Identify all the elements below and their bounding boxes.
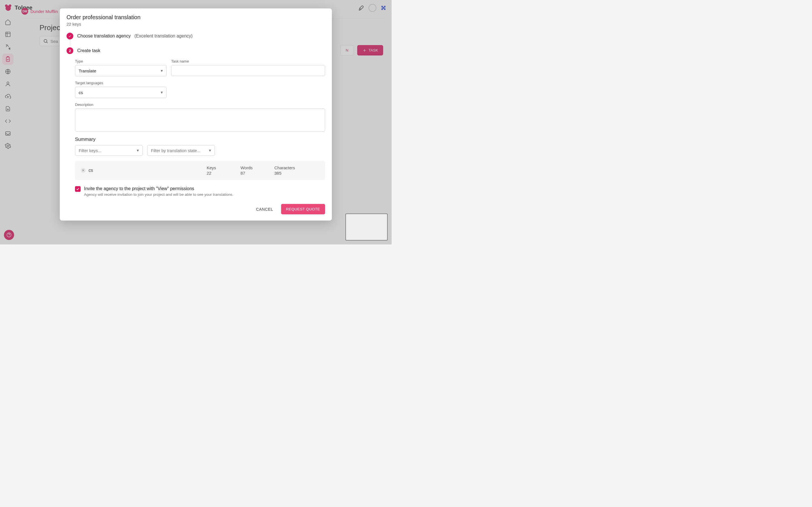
task-name-input[interactable]	[175, 68, 321, 73]
modal-title: Order professional translation	[66, 14, 325, 20]
task-name-label: Task name	[171, 59, 325, 63]
filter-keys-placeholder: Filter keys...	[79, 148, 101, 153]
summary-lang-code: cs	[89, 168, 93, 173]
summary-row: ✕ cs Keys 22 Words 87 Characters 385	[75, 161, 325, 180]
description-input[interactable]	[75, 108, 325, 131]
request-quote-button[interactable]: REQUEST QUOTE	[281, 204, 325, 214]
description-label: Description	[75, 103, 325, 107]
task-name-input-wrap[interactable]	[171, 65, 325, 76]
order-translation-modal: Order professional translation 22 keys C…	[60, 8, 332, 221]
step-2-badge: 2	[66, 47, 73, 54]
chevron-down-icon: ▾	[161, 90, 163, 95]
mini-preview[interactable]	[345, 214, 388, 240]
summary-title: Summary	[66, 136, 325, 142]
invite-row: Invite the agency to the project with "V…	[75, 186, 325, 196]
invite-checkbox[interactable]	[75, 186, 81, 192]
languages-value: cs	[79, 90, 83, 95]
type-label: Type	[75, 59, 167, 63]
modal-overlay: Order professional translation 22 keys C…	[0, 0, 392, 244]
type-select[interactable]: Translate ▾	[75, 65, 167, 76]
check-icon	[68, 34, 72, 38]
step-1-badge	[66, 33, 73, 40]
words-label: Words	[241, 165, 274, 170]
cancel-button[interactable]: CANCEL	[253, 204, 276, 214]
filter-state-placeholder: Filter by translation state...	[151, 148, 200, 153]
chevron-down-icon: ▾	[161, 68, 163, 73]
invite-title: Invite the agency to the project with "V…	[84, 186, 234, 191]
languages-select[interactable]: cs ▾	[75, 87, 167, 98]
chars-value: 385	[274, 171, 319, 175]
keys-label: Keys	[207, 165, 241, 170]
type-value: Translate	[79, 68, 96, 73]
step-connector	[70, 40, 70, 46]
description-field: Description	[75, 103, 325, 131]
chars-label: Characters	[274, 165, 319, 170]
check-icon	[76, 187, 80, 191]
step-2-label: Create task	[77, 48, 100, 53]
words-value: 87	[241, 171, 274, 175]
modal-subtitle: 22 keys	[66, 22, 325, 26]
step-1[interactable]: Choose translation agency (Excelent tran…	[66, 33, 325, 40]
remove-language-button[interactable]: ✕	[81, 168, 86, 173]
filter-state-select[interactable]: Filter by translation state... ▾	[147, 145, 215, 156]
step-1-label: Choose translation agency	[77, 34, 131, 38]
step-2: 2 Create task	[66, 47, 325, 54]
languages-label: Target languages	[75, 81, 167, 85]
languages-field: Target languages cs ▾	[75, 81, 167, 98]
step-1-selected: (Excelent translation agency)	[135, 34, 193, 38]
filter-keys-select[interactable]: Filter keys... ▾	[75, 145, 143, 156]
type-field: Type Translate ▾	[75, 59, 167, 76]
task-name-field: Task name	[171, 59, 325, 76]
invite-subtitle: Agency will receive invitation to join y…	[84, 192, 234, 196]
keys-value: 22	[207, 171, 241, 175]
chevron-down-icon: ▾	[137, 148, 139, 153]
chevron-down-icon: ▾	[209, 148, 211, 153]
